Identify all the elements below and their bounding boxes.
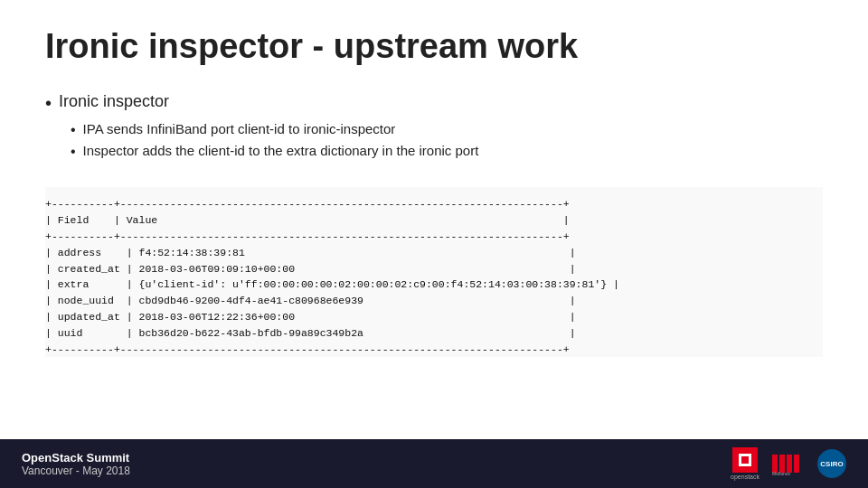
- svg-rect-3: [794, 455, 799, 473]
- bullet-main: Ironic inspector: [45, 92, 823, 114]
- svg-text:Mellanox: Mellanox: [772, 471, 791, 476]
- mellanox-icon: Mellanox: [772, 451, 805, 476]
- bullet-sub2: Inspector adds the client-id to the extr…: [71, 143, 823, 162]
- footer-logos: openstack Mellanox CSIRO: [731, 447, 846, 480]
- slide-title: Ironic inspector - upstream work: [45, 27, 823, 67]
- csiro-logo: CSIRO: [817, 449, 846, 478]
- footer-conference: OpenStack Summit: [22, 451, 130, 465]
- svg-rect-0: [772, 455, 778, 473]
- footer-location: Vancouver - May 2018: [22, 465, 130, 477]
- svg-rect-1: [779, 455, 785, 473]
- csiro-icon: CSIRO: [817, 449, 846, 478]
- openstack-logo: openstack: [731, 447, 760, 480]
- bullet-section: Ironic inspector IPA sends InfiniBand po…: [45, 92, 823, 166]
- openstack-icon: [732, 447, 758, 473]
- bullet-sub1: IPA sends InfiniBand port client-id to i…: [71, 121, 823, 140]
- mellanox-logo: Mellanox: [772, 451, 805, 476]
- footer: OpenStack Summit Vancouver - May 2018 op…: [0, 439, 868, 488]
- footer-left: OpenStack Summit Vancouver - May 2018: [22, 451, 130, 477]
- svg-rect-2: [787, 455, 792, 473]
- slide-content: Ironic inspector - upstream work Ironic …: [0, 0, 868, 439]
- code-block: +----------+----------------------------…: [45, 187, 823, 357]
